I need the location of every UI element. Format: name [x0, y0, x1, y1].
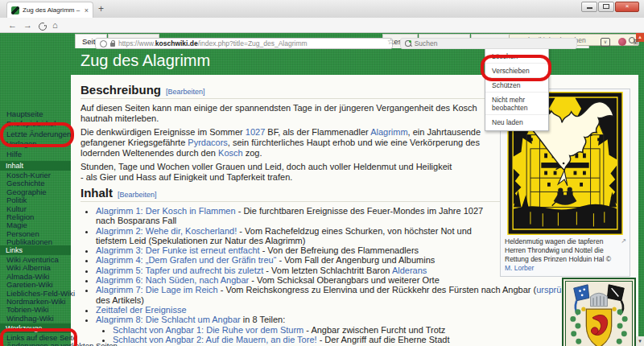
maximize-button[interactable] [598, 2, 614, 12]
browser-search-bar[interactable] [400, 38, 577, 49]
edit-link[interactable]: [Bearbeiten] [118, 191, 157, 199]
toc-link[interactable]: Alagrimm 8: Die Schlacht um Angbar [96, 315, 241, 324]
menu-item-verschieben[interactable]: Verschieben [485, 64, 548, 78]
toc-link[interactable]: Alagrimm 4: „Dem Grafen und der Gräfin t… [96, 255, 276, 265]
toc-link[interactable]: Alagrimm 7: Die Lage im Reich [96, 285, 218, 295]
sidebar-header-links: Links [0, 245, 71, 255]
tab-close-icon[interactable]: × [85, 6, 89, 14]
article-content: Heldenmutig wagen die tapferen Herren Th… [71, 75, 638, 346]
link-alagrimm[interactable]: Alagrimm [370, 127, 407, 137]
minimize-button[interactable] [581, 2, 597, 12]
sidebar-item-letzte-aenderungen[interactable]: Letzte Änderungen [0, 130, 71, 139]
edit-link[interactable]: [Bearbeiten] [166, 88, 205, 96]
sidebar-links-list: Wiki Aventurica Wiki Albernia Almada-Wik… [0, 256, 71, 323]
thumbnail-caption: Heldenmutig wagen die tapferen Herren Th… [503, 235, 627, 274]
scrollbar-down-arrow[interactable]: ▾ [636, 336, 644, 346]
toc-link-secondary[interactable]: Alderans [392, 266, 427, 275]
toc-item: Alagrimm 7: Die Lage im Reich - Vom Reic… [96, 285, 630, 305]
search-icon [405, 40, 411, 47]
toc-link[interactable]: Alagrimm 6: Nach Süden, nach Angbar [96, 275, 249, 285]
url-text: https://www.koschwiki.de/index.php?title… [118, 39, 308, 47]
toc-subitem: Schlacht von Angbar 2: Auf die Mauern, a… [113, 335, 630, 344]
site-identity-icon[interactable] [100, 40, 107, 47]
sidebar-nav: Hauptseite Briefspielzirkel Letzte Änder… [0, 109, 71, 159]
caption-artist-link[interactable]: M. Lorber [505, 264, 534, 272]
sidebar-header-werkzeuge: Werkzeuge [0, 323, 71, 333]
browser-tab[interactable]: Zug des Alagrimm – KoschWiki × [6, 2, 93, 18]
browser-toolbar: ← → ⌂ https://www.koschwiki.de/index.php… [0, 18, 644, 33]
sidebar-item-aenderungen-an-verlinkten-seiten[interactable]: Änderungen an verlinkten Seiten [0, 342, 71, 346]
home-icon[interactable]: ⌂ [52, 20, 58, 30]
toc-link[interactable]: Alagrimm 3: Der Funke ist erneut entfach… [96, 245, 260, 255]
menu-item-loeschen[interactable]: Löschen [485, 49, 548, 64]
page-title: Zug des Alagrimm [80, 51, 210, 70]
koschwiki-favicon-icon [11, 6, 19, 14]
menu-item-schuetzen[interactable]: Schützen [485, 78, 548, 93]
tab-title: Zug des Alagrimm – KoschWiki [23, 6, 81, 14]
sidebar-item-vorlagen[interactable]: Vorlagen [0, 139, 71, 149]
more-dropdown-menu: Löschen Verschieben Schützen Nicht mehr … [485, 47, 549, 131]
sidebar-item-briefspielzirkel[interactable]: Briefspielzirkel [0, 119, 71, 129]
toc-link[interactable]: Alagrimm 1: Der Kosch in Flammen [96, 206, 236, 216]
forward-icon[interactable]: → [23, 20, 32, 30]
window-controls: × [581, 2, 639, 12]
pocket-icon[interactable]: ∨ [601, 38, 610, 47]
url-bar[interactable]: https://www.koschwiki.de/index.php?title… [95, 38, 393, 49]
sidebar-item-hauptseite[interactable]: Hauptseite [0, 109, 71, 119]
reload-icon[interactable] [39, 23, 47, 31]
account-icon[interactable] [618, 38, 626, 46]
toc-subitem: Schlacht von Angbar 1: Die Ruhe vor dem … [113, 325, 630, 335]
toc-link[interactable]: Alagrimm 2: Wehe dir, Koscherland! [96, 226, 237, 236]
link-kosch[interactable]: Kosch [218, 148, 243, 158]
toc-link[interactable]: Alagrimm 5: Tapfer und aufrecht bis zule… [96, 266, 263, 275]
kosch-crest-image [567, 282, 631, 346]
new-tab-button[interactable]: + [98, 3, 104, 14]
menu-item-nicht-mehr-beobachten[interactable]: Nicht mehr beobachten [485, 93, 548, 115]
lock-icon[interactable] [110, 43, 115, 47]
sidebar: Hauptseite Briefspielzirkel Letzte Änder… [0, 32, 71, 346]
sidebar-header-inhalt: Inhalt [0, 161, 71, 171]
coat-of-arms [562, 278, 636, 346]
sidebar-item-hilfe[interactable]: Hilfe [0, 150, 71, 159]
toc-item: Zeittafel der Ereignisse [96, 305, 630, 315]
toc-link[interactable]: Schlacht von Angbar 1: Die Ruhe vor dem … [113, 325, 303, 335]
back-icon[interactable]: ← [8, 20, 17, 30]
browser-search-input[interactable] [415, 39, 572, 47]
toc-item: Alagrimm 8: Die Schlacht um Angbar in 8 … [96, 315, 630, 346]
sidebar-werkzeuge-list: Links auf diese Seite Änderungen an verl… [0, 334, 71, 346]
menu-item-neu-laden[interactable]: Neu laden [485, 115, 548, 129]
sidebar-item-windhag-wiki[interactable]: Windhag-Wiki [0, 315, 71, 323]
toc-sublist: Schlacht von Angbar 1: Die Ruhe vor dem … [96, 325, 630, 346]
browser-titlebar: Zug des Alagrimm – KoschWiki × + × [0, 0, 644, 19]
close-button[interactable]: × [615, 2, 639, 12]
expand-icon[interactable]: ↗ [621, 237, 626, 245]
link-pyrdacors[interactable]: Pyrdacors [188, 138, 228, 147]
toc-link[interactable]: Zeittafel der Ereignisse [96, 305, 187, 315]
bookmark-star-icon[interactable]: ☆ [387, 37, 394, 46]
toc-link[interactable]: Schlacht von Angbar 2: Auf die Mauern, a… [113, 335, 317, 344]
sidebar-inhalt-list: Kosch-Kurier Geschichte Geographie Polit… [0, 171, 71, 247]
link-1027-bf[interactable]: 1027 [246, 127, 265, 137]
menu-icon[interactable]: ≡ [633, 36, 638, 47]
